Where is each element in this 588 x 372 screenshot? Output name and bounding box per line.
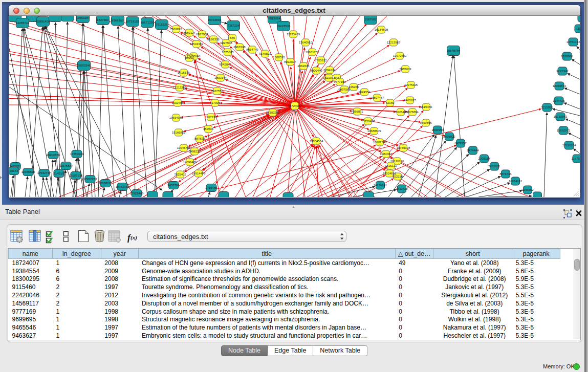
svg-text:12975115: 12975115: [404, 83, 418, 86]
svg-text:453594: 453594: [203, 127, 214, 130]
svg-text:2803144: 2803144: [214, 76, 227, 79]
svg-text:16210643: 16210643: [554, 115, 568, 118]
svg-text:18807249: 18807249: [373, 141, 387, 144]
svg-text:25300275: 25300275: [266, 111, 280, 114]
svg-text:9329966: 9329966: [561, 55, 573, 58]
svg-text:9327508: 9327508: [220, 41, 232, 45]
svg-text:9146821: 9146821: [259, 52, 271, 55]
svg-text:2087682: 2087682: [364, 18, 377, 21]
svg-text:(x): (x): [130, 234, 137, 241]
svg-text:10719155: 10719155: [126, 20, 140, 23]
svg-text:1640954: 1640954: [431, 128, 444, 132]
svg-text:18724007: 18724007: [288, 104, 302, 107]
svg-text:1485051: 1485051: [9, 165, 21, 168]
svg-text:1588520: 1588520: [273, 56, 285, 59]
svg-text:12093872: 12093872: [553, 84, 567, 87]
svg-text:12213369: 12213369: [173, 86, 187, 89]
svg-text:10807487: 10807487: [371, 96, 384, 99]
svg-text:8813054: 8813054: [268, 17, 280, 20]
svg-text:17942737: 17942737: [37, 171, 51, 174]
svg-text:16782759: 16782759: [116, 185, 129, 188]
svg-text:2935114: 2935114: [478, 157, 491, 160]
svg-text:14099489: 14099489: [183, 161, 197, 164]
svg-text:2967608: 2967608: [233, 46, 246, 49]
svg-text:7625402: 7625402: [174, 173, 186, 176]
svg-text:1362615: 1362615: [297, 64, 310, 68]
svg-text:13751074: 13751074: [567, 40, 580, 43]
svg-text:19384554: 19384554: [310, 140, 323, 143]
svg-text:9084067: 9084067: [380, 152, 392, 156]
svg-text:15692971: 15692971: [557, 129, 571, 132]
svg-text:10025438: 10025438: [394, 111, 408, 114]
svg-text:3215956: 3215956: [541, 106, 553, 109]
svg-text:6794024: 6794024: [323, 69, 336, 72]
svg-text:9474444: 9474444: [467, 149, 479, 152]
svg-text:9575884: 9575884: [406, 111, 419, 114]
svg-text:546: 546: [334, 76, 340, 79]
svg-text:7663822: 7663822: [170, 28, 182, 31]
svg-text:9463627: 9463627: [404, 99, 416, 102]
svg-text:16120746: 16120746: [390, 160, 404, 163]
svg-text:3267130: 3267130: [205, 116, 217, 119]
svg-text:7632621: 7632621: [488, 165, 500, 168]
svg-text:1527602: 1527602: [97, 18, 109, 21]
svg-text:19756928: 19756928: [397, 146, 410, 149]
svg-text:114519: 114519: [54, 172, 64, 175]
svg-text:16033809: 16033809: [208, 18, 222, 21]
svg-text:17957253: 17957253: [83, 178, 97, 181]
svg-text:887833: 887833: [194, 137, 205, 140]
svg-text:8186328: 8186328: [207, 38, 220, 41]
svg-text:13640910: 13640910: [299, 41, 313, 44]
svg-text:9115460: 9115460: [421, 105, 433, 108]
svg-text:13975887: 13975887: [59, 164, 73, 167]
svg-text:19654985: 19654985: [169, 116, 183, 119]
svg-text:7955812: 7955812: [315, 59, 327, 62]
svg-text:9457791: 9457791: [167, 184, 180, 187]
svg-text:10654112: 10654112: [509, 180, 522, 183]
svg-text:252214: 252214: [393, 175, 403, 178]
svg-text:10961755: 10961755: [306, 51, 319, 54]
svg-text:8660124: 8660124: [183, 31, 195, 34]
svg-text:17016504: 17016504: [562, 144, 576, 147]
svg-text:8912954: 8912954: [196, 33, 208, 36]
svg-text:14136141: 14136141: [374, 184, 387, 187]
svg-text:8322037: 8322037: [284, 60, 296, 63]
svg-text:6966160: 6966160: [112, 19, 124, 22]
svg-text:8938923: 8938923: [443, 135, 455, 138]
svg-text:1615132: 1615132: [385, 164, 397, 167]
svg-text:1167533: 1167533: [572, 157, 580, 160]
svg-text:98961: 98961: [185, 56, 194, 59]
svg-text:1621072: 1621072: [323, 76, 335, 79]
svg-text:3875685: 3875685: [222, 51, 234, 54]
svg-text:10958127: 10958127: [99, 182, 113, 185]
svg-text:1244415: 1244415: [553, 99, 565, 102]
svg-text:1112: 1112: [576, 27, 580, 30]
svg-text:8471636: 8471636: [499, 172, 512, 176]
svg-text:16648784: 16648784: [447, 49, 461, 52]
svg-text:20206556: 20206556: [47, 154, 60, 157]
svg-text:417006: 417006: [210, 101, 221, 104]
svg-text:746266: 746266: [349, 85, 359, 89]
svg-text:9227342: 9227342: [556, 70, 569, 73]
svg-text:7357224: 7357224: [227, 24, 239, 27]
svg-text:11325419: 11325419: [287, 33, 300, 36]
svg-text:17359924: 17359924: [70, 152, 84, 156]
svg-text:19166825: 19166825: [172, 131, 186, 134]
svg-text:15720407: 15720407: [361, 120, 375, 123]
svg-text:9777169: 9777169: [334, 80, 346, 83]
svg-text:14055712: 14055712: [16, 21, 30, 25]
svg-text:1010755: 1010755: [171, 101, 184, 104]
svg-text:10653287: 10653287: [76, 16, 90, 19]
svg-text:9245652: 9245652: [521, 188, 534, 191]
svg-text:16154808: 16154808: [375, 28, 388, 31]
svg-text:2718176: 2718176: [178, 71, 190, 74]
svg-text:20891406: 20891406: [36, 20, 50, 23]
svg-text:7066871: 7066871: [351, 110, 363, 113]
svg-text:16543362: 16543362: [190, 42, 204, 46]
svg-text:9699695: 9699695: [420, 121, 432, 124]
svg-text:6479197: 6479197: [454, 142, 467, 145]
svg-text:10973493: 10973493: [393, 54, 407, 57]
svg-text:8990443: 8990443: [310, 69, 322, 72]
svg-text:12156829: 12156829: [21, 170, 35, 173]
svg-text:8454749: 8454749: [246, 48, 258, 51]
